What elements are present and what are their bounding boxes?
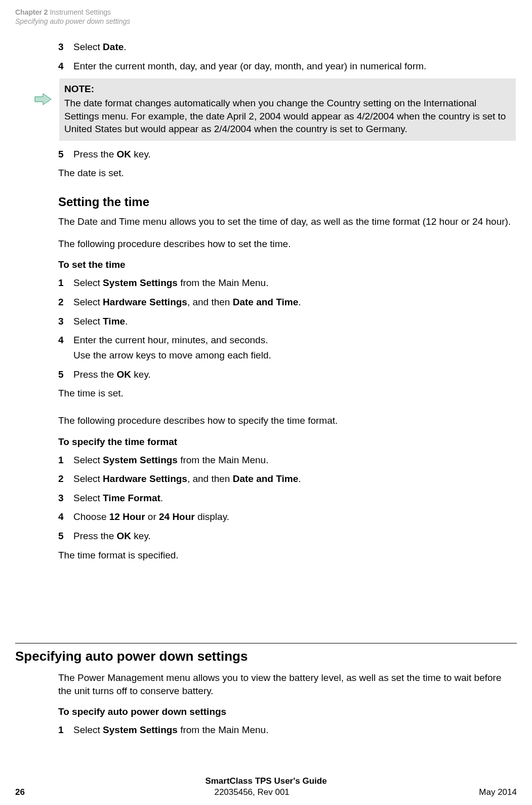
step-number: 3 [58, 41, 73, 54]
major-heading-auto-power-down: Specifying auto power down settings [15, 649, 517, 664]
procedure-heading-auto-power-down: To specify auto power down settings [58, 706, 516, 717]
text: . [124, 42, 126, 52]
section-lead: The following procedure describes how to… [58, 237, 514, 251]
step-text: Select Hardware Settings, and then Date … [73, 296, 514, 309]
step-1: 1 Select System Settings from the Main M… [58, 454, 514, 467]
text: Enter the current hour, minutes, and sec… [73, 334, 514, 347]
text: . [298, 297, 301, 307]
text: Select [73, 473, 103, 484]
step-number: 1 [58, 276, 73, 290]
step-text: Press the OK key. [73, 530, 514, 543]
text: . [298, 473, 301, 484]
step-text: Select Date. [73, 41, 514, 54]
step-text: Select Time. [73, 315, 514, 328]
step-5: 5 Press the OK key. [58, 530, 514, 543]
section-intro: The Date and Time menu allows you to set… [58, 215, 514, 228]
step-5: 5 Press the OK key. [58, 368, 514, 381]
text: Select [73, 455, 103, 465]
text: key. [131, 369, 151, 380]
section-lead: The following procedure describes how to… [58, 414, 514, 427]
doc-number: 22035456, Rev 001 [214, 787, 289, 797]
step-3: 3 Select Time. [58, 315, 514, 328]
ui-term: System Settings [103, 455, 178, 465]
step-4: 4 Enter the current hour, minutes, and s… [58, 334, 514, 361]
text: or [145, 511, 159, 522]
ui-term: 24 Hour [159, 511, 195, 522]
major-section: Specifying auto power down settings The … [15, 643, 517, 743]
step-text: Press the OK key. [73, 368, 514, 381]
text: Select [73, 493, 103, 503]
step-number: 4 [58, 334, 73, 361]
step-text: Select System Settings from the Main Men… [73, 454, 514, 467]
ui-term: System Settings [103, 724, 178, 735]
page-footer: SmartClass TPS User's Guide 26 22035456,… [15, 776, 517, 797]
step-text: Choose 12 Hour or 24 Hour display. [73, 510, 514, 524]
header-line2: Specifying auto power down settings [15, 17, 130, 26]
step-number: 2 [58, 296, 73, 309]
chapter-title: Instrument Settings [48, 8, 111, 16]
text: Press the [73, 369, 117, 380]
ui-term: Hardware Settings [103, 297, 187, 307]
running-header: Chapter 2 Instrument Settings Specifying… [15, 8, 130, 26]
ui-term: 12 Hour [109, 511, 145, 522]
step-number: 5 [58, 148, 73, 161]
step-2: 2 Select Hardware Settings, and then Dat… [58, 296, 514, 309]
text: Select [73, 277, 103, 288]
step-3: 3 Select Date. [58, 41, 514, 54]
step-number: 4 [58, 510, 73, 524]
svg-marker-0 [35, 94, 51, 105]
footer-row: 26 22035456, Rev 001 May 2014 [15, 787, 517, 797]
ui-term: OK [117, 531, 132, 541]
horizontal-rule [15, 643, 517, 643]
text: , and then [187, 297, 233, 307]
step-number: 5 [58, 368, 73, 381]
result-text: The time is set. [58, 387, 514, 400]
text: Select [73, 316, 103, 327]
result-text: The date is set. [58, 167, 514, 180]
text: . [160, 493, 163, 503]
text: Press the [73, 149, 117, 159]
ui-term: Time [103, 316, 125, 327]
text: from the Main Menu. [178, 455, 269, 465]
page-number: 26 [15, 787, 25, 797]
procedure-heading-set-time: To set the time [58, 259, 514, 270]
step-number: 3 [58, 315, 73, 328]
text: from the Main Menu. [178, 724, 269, 735]
step-text: Select System Settings from the Main Men… [73, 276, 514, 290]
step-5: 5 Press the OK key. [58, 148, 514, 161]
header-line1: Chapter 2 Instrument Settings [15, 8, 130, 17]
text: Select [73, 724, 103, 735]
section-heading-setting-time: Setting the time [58, 195, 514, 209]
ui-term: OK [117, 149, 132, 159]
text: from the Main Menu. [178, 277, 269, 288]
step-subtext: Use the arrow keys to move among each fi… [73, 349, 514, 362]
procedure-heading-time-format: To specify the time format [58, 436, 514, 448]
page: Chapter 2 Instrument Settings Specifying… [0, 0, 532, 805]
step-1: 1 Select System Settings from the Main M… [58, 723, 516, 737]
step-number: 5 [58, 530, 73, 543]
major-body: The Power Management menu allows you to … [58, 671, 516, 737]
step-text: Enter the current hour, minutes, and sec… [73, 334, 514, 361]
step-1: 1 Select System Settings from the Main M… [58, 276, 514, 290]
footer-date: May 2014 [479, 787, 517, 797]
note-callout: NOTE: The date format changes automatica… [34, 78, 516, 141]
content-column: 3 Select Date. 4 Enter the current month… [58, 41, 514, 576]
step-number: 3 [58, 492, 73, 505]
ui-term: Hardware Settings [103, 473, 187, 484]
text: Select [73, 297, 103, 307]
text: . [125, 316, 128, 327]
text: display. [195, 511, 229, 522]
text: Select [73, 42, 103, 52]
note-title: NOTE: [64, 83, 511, 96]
text: , and then [187, 473, 233, 484]
ui-term: Time Format [103, 493, 160, 503]
note-arrow-icon [34, 93, 54, 106]
step-text: Select Time Format. [73, 492, 514, 505]
step-4: 4 Choose 12 Hour or 24 Hour display. [58, 510, 514, 524]
text: key. [131, 149, 151, 159]
result-text: The time format is specified. [58, 549, 514, 562]
ui-term: Date and Time [233, 297, 299, 307]
step-text: Select System Settings from the Main Men… [73, 723, 516, 737]
step-4: 4 Enter the current month, day, and year… [58, 60, 514, 73]
step-3: 3 Select Time Format. [58, 492, 514, 505]
